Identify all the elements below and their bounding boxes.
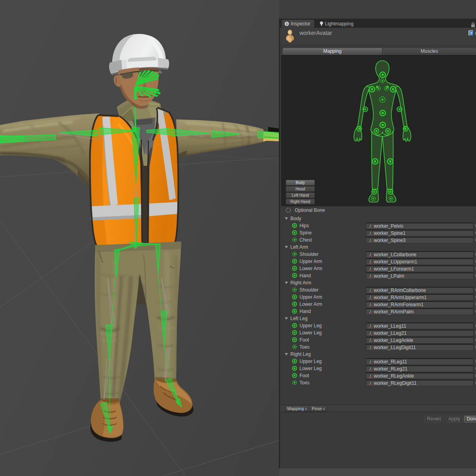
svg-text:?: ? — [470, 31, 472, 35]
